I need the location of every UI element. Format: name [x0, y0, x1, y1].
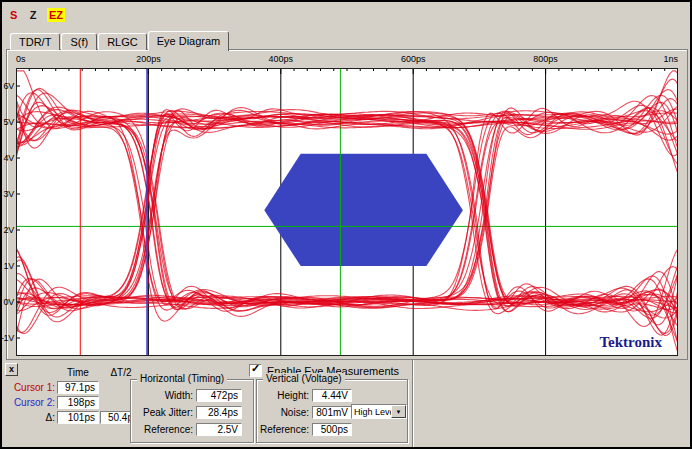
noise-level-dropdown-value: High Level	[352, 407, 391, 417]
tab-s-f[interactable]: S(f)	[61, 33, 97, 50]
peak-jitter-value: 28.4ps	[196, 406, 242, 419]
x-tick-label: 400ps	[269, 54, 294, 64]
horizontal-group-title: Horizontal (Timing)	[137, 373, 227, 384]
close-panel-button[interactable]: x	[5, 363, 18, 376]
eye-measure-icon[interactable]: EZ	[47, 8, 65, 22]
s-parameters-icon[interactable]: S	[8, 8, 19, 22]
tab-rlgc[interactable]: RLGC	[98, 33, 147, 50]
horizontal-reference-label: Reference:	[133, 424, 193, 435]
y-tick-label: 1V	[4, 261, 14, 271]
cursor1-time-value: 97.1ps	[57, 381, 99, 394]
height-value: 4.44V	[312, 389, 352, 402]
x-tick-label: 600ps	[401, 54, 426, 64]
height-label: Height:	[259, 390, 309, 401]
cursor2-time-value: 198ps	[57, 396, 99, 409]
tab-strip: TDR/T S(f) RLGC Eye Diagram	[10, 31, 230, 50]
z-impedance-icon[interactable]: Z	[28, 8, 39, 22]
delta-t2-column-header: ΔT/2	[100, 367, 142, 378]
y-tick-label: -1V	[1, 333, 14, 343]
tab-tdr-t[interactable]: TDR/T	[10, 33, 60, 50]
y-tick-label: 4V	[4, 153, 14, 163]
y-tick-label: 6V	[4, 81, 14, 91]
check-icon: ✓	[251, 362, 260, 375]
eye-diagram-plot[interactable]: Tektronix	[16, 68, 678, 356]
y-tick-label: 5V	[4, 117, 14, 127]
peak-jitter-label: Peak Jitter:	[133, 407, 193, 418]
toolbar: S Z EZ	[8, 5, 69, 21]
chevron-down-icon[interactable]: ▼	[391, 405, 406, 418]
x-tick-label: 1ns	[663, 54, 678, 64]
width-label: Width:	[133, 390, 193, 401]
tab-eye-diagram[interactable]: Eye Diagram	[148, 31, 230, 51]
vertical-voltage-group: Vertical (Voltage) Height: 4.44V Noise: …	[256, 379, 408, 443]
cursor1-label: Cursor 1:	[4, 382, 55, 393]
panel-divider	[412, 360, 414, 447]
eye-diagram-canvas	[16, 68, 678, 356]
y-axis-labels: 6V5V4V3V2V1V0V-1V	[2, 68, 15, 356]
x-tick-label: 0s	[16, 54, 26, 64]
tektronix-logo: Tektronix	[599, 334, 662, 351]
x-axis-labels: 0s200ps400ps600ps800ps1ns	[16, 54, 678, 66]
y-tick-label: 3V	[4, 189, 14, 199]
x-tick-label: 800ps	[533, 54, 558, 64]
time-column-header: Time	[57, 367, 99, 378]
enable-eye-checkbox[interactable]: ✓	[249, 364, 262, 377]
y-tick-label: 0V	[4, 297, 14, 307]
delta-label: Δ:	[4, 412, 55, 423]
noise-level-dropdown[interactable]: High Level ▼	[351, 404, 407, 419]
x-tick-label: 200ps	[136, 54, 161, 64]
noise-value: 801mV	[312, 406, 352, 419]
app-window: S Z EZ TDR/T S(f) RLGC Eye Diagram 0s200…	[0, 0, 692, 449]
y-tick-label: 2V	[4, 225, 14, 235]
width-value: 472ps	[196, 389, 242, 402]
horizontal-reference-value: 2.5V	[196, 423, 242, 436]
delta-time-value: 101ps	[57, 411, 99, 424]
vertical-reference-value: 500ps	[312, 423, 352, 436]
noise-label: Noise:	[259, 407, 309, 418]
cursor2-label: Cursor 2:	[4, 397, 55, 408]
horizontal-timing-group: Horizontal (Timing) Width: 472ps Peak Ji…	[130, 379, 254, 443]
vertical-group-title: Vertical (Voltage)	[263, 373, 345, 384]
vertical-reference-label: Reference:	[259, 424, 309, 435]
